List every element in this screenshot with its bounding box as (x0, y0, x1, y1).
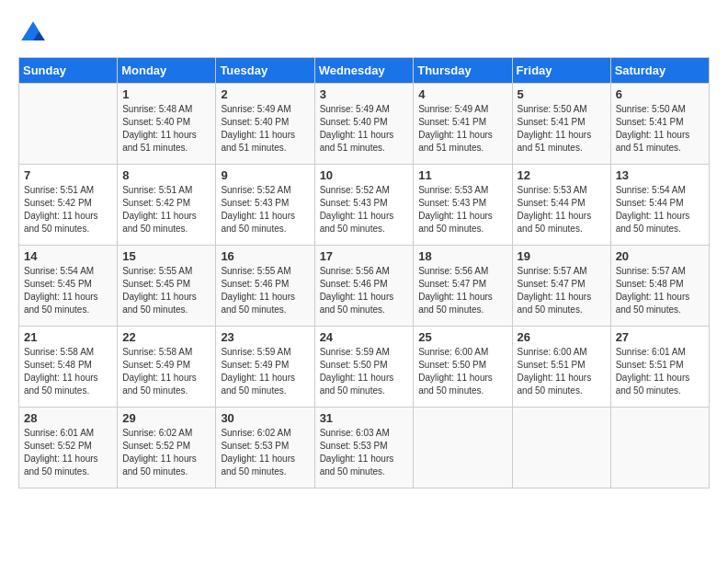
day-header-saturday: Saturday (610, 58, 709, 84)
calendar-table: SundayMondayTuesdayWednesdayThursdayFrid… (18, 57, 710, 488)
calendar-cell: 19Sunrise: 5:57 AM Sunset: 5:47 PM Dayli… (512, 246, 610, 327)
day-info: Sunrise: 5:57 AM Sunset: 5:48 PM Dayligh… (616, 265, 704, 316)
day-number: 5 (518, 87, 606, 101)
day-info: Sunrise: 5:56 AM Sunset: 5:46 PM Dayligh… (320, 265, 409, 316)
day-info: Sunrise: 5:56 AM Sunset: 5:47 PM Dayligh… (418, 265, 506, 316)
day-number: 11 (418, 168, 506, 182)
day-info: Sunrise: 5:58 AM Sunset: 5:48 PM Dayligh… (24, 346, 112, 397)
day-number: 28 (24, 411, 112, 425)
day-info: Sunrise: 5:59 AM Sunset: 5:49 PM Dayligh… (221, 346, 309, 397)
day-number: 13 (616, 168, 704, 182)
day-number: 31 (320, 411, 409, 425)
calendar-cell (19, 84, 118, 165)
day-info: Sunrise: 5:48 AM Sunset: 5:40 PM Dayligh… (122, 103, 210, 155)
calendar-cell (512, 408, 610, 488)
day-info: Sunrise: 5:53 AM Sunset: 5:44 PM Dayligh… (518, 184, 606, 236)
day-info: Sunrise: 5:50 AM Sunset: 5:41 PM Dayligh… (518, 103, 606, 155)
calendar-header-row: SundayMondayTuesdayWednesdayThursdayFrid… (19, 58, 710, 84)
calendar-cell: 17Sunrise: 5:56 AM Sunset: 5:46 PM Dayli… (314, 246, 414, 327)
calendar-cell: 13Sunrise: 5:54 AM Sunset: 5:44 PM Dayli… (610, 165, 709, 246)
calendar-week-2: 7Sunrise: 5:51 AM Sunset: 5:42 PM Daylig… (19, 165, 710, 246)
calendar-cell: 12Sunrise: 5:53 AM Sunset: 5:44 PM Dayli… (512, 165, 610, 246)
day-info: Sunrise: 5:58 AM Sunset: 5:49 PM Dayligh… (122, 346, 210, 397)
calendar-cell (414, 408, 512, 488)
calendar-cell: 31Sunrise: 6:03 AM Sunset: 5:53 PM Dayli… (314, 408, 414, 488)
day-number: 19 (518, 249, 606, 263)
calendar-cell: 29Sunrise: 6:02 AM Sunset: 5:52 PM Dayli… (118, 408, 216, 488)
day-info: Sunrise: 6:02 AM Sunset: 5:52 PM Dayligh… (122, 427, 210, 478)
day-header-thursday: Thursday (414, 58, 512, 84)
calendar-cell: 26Sunrise: 6:00 AM Sunset: 5:51 PM Dayli… (512, 327, 610, 408)
day-number: 16 (221, 249, 309, 263)
day-number: 1 (122, 87, 210, 101)
day-info: Sunrise: 5:59 AM Sunset: 5:50 PM Dayligh… (320, 346, 409, 397)
calendar-cell: 6Sunrise: 5:50 AM Sunset: 5:41 PM Daylig… (610, 84, 709, 165)
day-number: 14 (24, 249, 112, 263)
calendar-cell: 7Sunrise: 5:51 AM Sunset: 5:42 PM Daylig… (19, 165, 118, 246)
calendar-cell: 27Sunrise: 6:01 AM Sunset: 5:51 PM Dayli… (610, 327, 709, 408)
day-header-wednesday: Wednesday (314, 58, 414, 84)
calendar-cell (610, 408, 709, 488)
calendar-cell: 5Sunrise: 5:50 AM Sunset: 5:41 PM Daylig… (512, 84, 610, 165)
day-number: 4 (418, 87, 506, 101)
calendar-cell: 2Sunrise: 5:49 AM Sunset: 5:40 PM Daylig… (216, 84, 314, 165)
day-number: 17 (320, 249, 409, 263)
calendar-cell: 30Sunrise: 6:02 AM Sunset: 5:53 PM Dayli… (216, 408, 314, 488)
day-info: Sunrise: 5:52 AM Sunset: 5:43 PM Dayligh… (320, 184, 409, 236)
day-number: 26 (518, 330, 606, 344)
calendar-cell: 28Sunrise: 6:01 AM Sunset: 5:52 PM Dayli… (19, 408, 118, 488)
day-info: Sunrise: 5:49 AM Sunset: 5:40 PM Dayligh… (320, 103, 409, 155)
calendar-cell: 15Sunrise: 5:55 AM Sunset: 5:45 PM Dayli… (118, 246, 216, 327)
logo (18, 18, 51, 48)
day-number: 24 (320, 330, 409, 344)
calendar-cell: 18Sunrise: 5:56 AM Sunset: 5:47 PM Dayli… (414, 246, 512, 327)
day-info: Sunrise: 5:49 AM Sunset: 5:41 PM Dayligh… (418, 103, 506, 155)
day-info: Sunrise: 5:54 AM Sunset: 5:45 PM Dayligh… (24, 265, 112, 316)
logo-icon (18, 18, 48, 48)
calendar-cell: 11Sunrise: 5:53 AM Sunset: 5:43 PM Dayli… (414, 165, 512, 246)
calendar-cell: 9Sunrise: 5:52 AM Sunset: 5:43 PM Daylig… (216, 165, 314, 246)
day-header-friday: Friday (512, 58, 610, 84)
day-info: Sunrise: 6:01 AM Sunset: 5:51 PM Dayligh… (616, 346, 704, 397)
calendar-cell: 8Sunrise: 5:51 AM Sunset: 5:42 PM Daylig… (118, 165, 216, 246)
day-number: 10 (320, 168, 409, 182)
day-number: 30 (221, 411, 309, 425)
day-number: 21 (24, 330, 112, 344)
day-number: 23 (221, 330, 309, 344)
day-header-monday: Monday (118, 58, 216, 84)
page-header (18, 18, 710, 48)
day-number: 6 (616, 87, 704, 101)
calendar-cell: 3Sunrise: 5:49 AM Sunset: 5:40 PM Daylig… (314, 84, 414, 165)
calendar-cell: 20Sunrise: 5:57 AM Sunset: 5:48 PM Dayli… (610, 246, 709, 327)
calendar-week-3: 14Sunrise: 5:54 AM Sunset: 5:45 PM Dayli… (19, 246, 710, 327)
day-number: 3 (320, 87, 409, 101)
day-info: Sunrise: 5:57 AM Sunset: 5:47 PM Dayligh… (518, 265, 606, 316)
day-number: 15 (122, 249, 210, 263)
day-header-sunday: Sunday (19, 58, 118, 84)
calendar-cell: 25Sunrise: 6:00 AM Sunset: 5:50 PM Dayli… (414, 327, 512, 408)
day-number: 22 (122, 330, 210, 344)
day-number: 12 (518, 168, 606, 182)
day-number: 18 (418, 249, 506, 263)
day-number: 27 (616, 330, 704, 344)
day-number: 7 (24, 168, 112, 182)
day-info: Sunrise: 6:02 AM Sunset: 5:53 PM Dayligh… (221, 427, 309, 478)
day-info: Sunrise: 6:00 AM Sunset: 5:50 PM Dayligh… (418, 346, 506, 397)
day-number: 8 (122, 168, 210, 182)
calendar-week-1: 1Sunrise: 5:48 AM Sunset: 5:40 PM Daylig… (19, 84, 710, 165)
day-info: Sunrise: 6:00 AM Sunset: 5:51 PM Dayligh… (518, 346, 606, 397)
day-number: 20 (616, 249, 704, 263)
day-number: 25 (418, 330, 506, 344)
calendar-cell: 4Sunrise: 5:49 AM Sunset: 5:41 PM Daylig… (414, 84, 512, 165)
day-info: Sunrise: 5:51 AM Sunset: 5:42 PM Dayligh… (24, 184, 112, 236)
day-info: Sunrise: 5:55 AM Sunset: 5:45 PM Dayligh… (122, 265, 210, 316)
calendar-cell: 1Sunrise: 5:48 AM Sunset: 5:40 PM Daylig… (118, 84, 216, 165)
day-info: Sunrise: 6:01 AM Sunset: 5:52 PM Dayligh… (24, 427, 112, 478)
calendar-cell: 16Sunrise: 5:55 AM Sunset: 5:46 PM Dayli… (216, 246, 314, 327)
day-info: Sunrise: 5:55 AM Sunset: 5:46 PM Dayligh… (221, 265, 309, 316)
day-header-tuesday: Tuesday (216, 58, 314, 84)
day-number: 9 (221, 168, 309, 182)
calendar-cell: 14Sunrise: 5:54 AM Sunset: 5:45 PM Dayli… (19, 246, 118, 327)
day-number: 2 (221, 87, 309, 101)
calendar-week-4: 21Sunrise: 5:58 AM Sunset: 5:48 PM Dayli… (19, 327, 710, 408)
